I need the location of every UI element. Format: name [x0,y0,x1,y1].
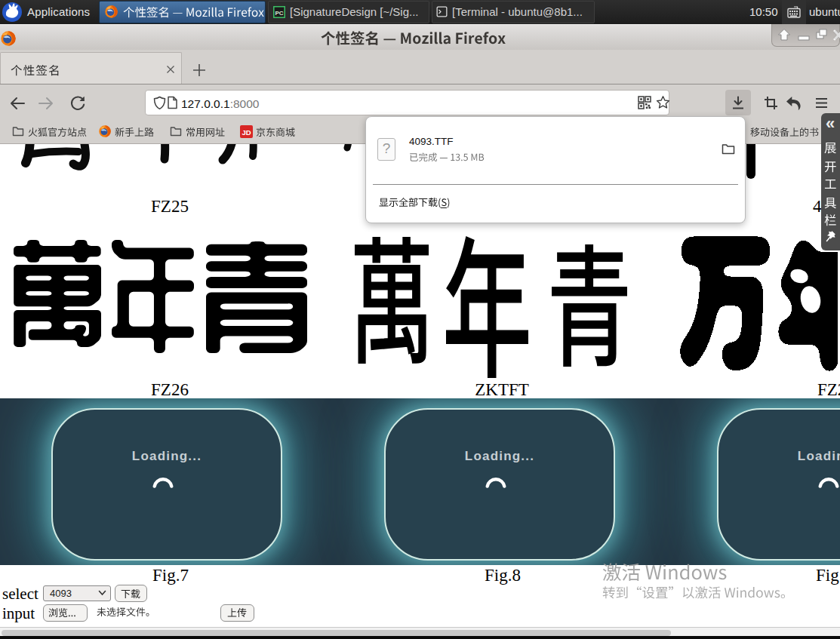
svg-text:PC: PC [275,10,283,17]
svg-text:JD: JD [242,128,251,137]
